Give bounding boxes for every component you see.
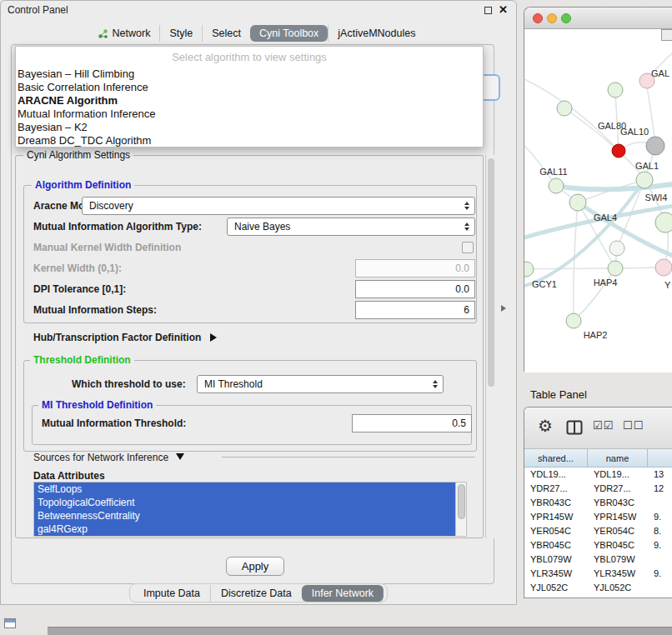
table-row[interactable]: YER054C YER054C 8.: [524, 524, 672, 538]
apply-button[interactable]: Apply: [226, 557, 284, 576]
cell: YBR043C: [588, 496, 648, 510]
tab-impute-data[interactable]: Impute Data: [133, 585, 210, 602]
columns-icon[interactable]: [566, 420, 583, 438]
panel-splitter-arrow[interactable]: [501, 305, 506, 312]
sources-section-label: Sources for Network Inference: [33, 452, 168, 463]
network-window-titlebar[interactable]: [524, 8, 672, 29]
bottom-bar: [48, 627, 672, 635]
aracne-mode-select[interactable]: Discovery: [82, 197, 475, 215]
scrollbar-corner: [661, 29, 672, 41]
close-icon[interactable]: ✕: [499, 3, 508, 16]
algorithm-option[interactable]: Mutual Information Inference: [16, 108, 483, 121]
table-row[interactable]: YDR27... YDR27... 12: [524, 482, 672, 496]
list-item[interactable]: SelfLoops: [34, 482, 456, 496]
algorithm-option-selected[interactable]: ARACNE Algorithm: [16, 94, 483, 108]
settings-scrollbar[interactable]: [485, 155, 495, 538]
table-panel-title: Table Panel: [530, 388, 587, 401]
aracne-mode-value: Discovery: [89, 200, 133, 212]
table-row[interactable]: YBL079W YBL079W: [524, 552, 672, 567]
node-label: GAL4: [594, 212, 617, 222]
mi-threshold-label: Mutual Information Threshold:: [42, 414, 186, 432]
cell: 13: [648, 468, 672, 482]
node-label: GAL1: [635, 161, 659, 171]
float-window-icon[interactable]: [484, 7, 492, 14]
network-graph[interactable]: GAL80 GAL10 GAL11 GAL1 SWI4 GAL4 GCY1 HA…: [524, 29, 672, 372]
data-attributes-list[interactable]: SelfLoops TopologicalCoefficient Between…: [33, 482, 467, 537]
edge[interactable]: [574, 202, 578, 321]
mi-threshold-field[interactable]: [352, 414, 472, 432]
tab-style[interactable]: Style: [159, 25, 202, 42]
table-row[interactable]: YJL052C YJL052C: [524, 581, 672, 595]
tab-cyni-toolbox[interactable]: Cyni Toolbox: [250, 25, 328, 42]
column-header-extra[interactable]: [648, 449, 672, 468]
tab-discretize-data[interactable]: Discretize Data: [210, 585, 302, 602]
manual-kernel-width-checkbox[interactable]: [462, 242, 474, 253]
dpi-tolerance-label: DPI Tolerance [0,1]:: [33, 280, 126, 298]
hub-section-toggle[interactable]: Hub/Transcription Factor Definition: [33, 328, 217, 347]
node[interactable]: [608, 261, 623, 276]
node[interactable]: [608, 82, 623, 98]
sources-section-toggle[interactable]: Sources for Network Inference: [33, 448, 184, 467]
minimize-traffic-light[interactable]: [547, 13, 557, 23]
tab-infer-network[interactable]: Infer Network: [302, 585, 384, 602]
node[interactable]: [524, 262, 534, 277]
control-panel-titlebar[interactable]: Control Panel ✕: [1, 1, 516, 19]
column-header-shared[interactable]: shared...: [524, 449, 588, 468]
node[interactable]: [646, 137, 664, 155]
tab-select[interactable]: Select: [202, 25, 250, 42]
tab-jactivemnodules[interactable]: jActiveMNodules: [328, 25, 424, 42]
sources-group-border: [222, 457, 475, 458]
cell: YPR145W: [524, 510, 588, 524]
table-row[interactable]: YDL19... YDL19... 13: [524, 468, 672, 482]
algorithm-dropdown-popup: Select algorithm to view settings Bayesi…: [15, 46, 484, 148]
list-item[interactable]: TopologicalCoefficient: [34, 496, 456, 509]
restore-panel-icon[interactable]: [4, 618, 16, 628]
select-all-checkboxes-icon[interactable]: ☑☑: [593, 419, 614, 432]
deselect-all-checkboxes-icon[interactable]: ☐☐: [623, 419, 644, 432]
which-threshold-select[interactable]: MI Threshold: [197, 375, 444, 393]
edge[interactable]: [574, 268, 615, 321]
table-row[interactable]: YBR043C YBR043C: [524, 496, 672, 510]
gear-icon[interactable]: ⚙: [538, 416, 553, 436]
edge-thick[interactable]: [556, 184, 672, 189]
column-header-name[interactable]: name: [588, 449, 648, 468]
mi-steps-field[interactable]: [355, 301, 475, 319]
node[interactable]: [609, 241, 624, 256]
node[interactable]: [655, 212, 672, 232]
node[interactable]: [612, 144, 625, 158]
node-label: SWI4: [645, 192, 668, 202]
dpi-tolerance-field[interactable]: [355, 280, 475, 298]
node[interactable]: [636, 172, 653, 188]
node[interactable]: [655, 259, 672, 276]
table-panel-window: ⚙ ☑☑ ☐☐ shared... name YDL19... YDL19...…: [524, 407, 672, 598]
list-scrollbar-thumb[interactable]: [458, 484, 465, 519]
node[interactable]: [549, 178, 564, 193]
zoom-traffic-light[interactable]: [561, 13, 571, 23]
close-traffic-light[interactable]: [533, 13, 543, 23]
settings-scrollbar-thumb[interactable]: [488, 158, 494, 387]
table-row[interactable]: YPR145W YPR145W 9.: [524, 510, 672, 524]
node[interactable]: [566, 313, 581, 328]
kernel-width-field[interactable]: [355, 259, 475, 278]
algorithm-option[interactable]: Dream8 DC_TDC Algorithm: [16, 134, 483, 148]
algorithm-option[interactable]: Bayesian – K2: [16, 121, 483, 134]
edge[interactable]: [526, 268, 615, 269]
node[interactable]: [569, 194, 586, 211]
list-item[interactable]: gal4RGexp: [34, 522, 456, 536]
algorithm-option[interactable]: Basic Correlation Inference: [16, 81, 483, 94]
table-header-row: shared... name: [524, 449, 672, 468]
algorithm-option[interactable]: Bayesian – Hill Climbing: [16, 68, 483, 81]
edge[interactable]: [524, 79, 619, 151]
list-scrollbar[interactable]: [455, 482, 466, 536]
list-item[interactable]: BetweennessCentrality: [34, 509, 456, 522]
table-toolbar: ⚙ ☑☑ ☐☐: [524, 408, 672, 449]
mi-algorithm-type-select[interactable]: Naive Bayes: [227, 218, 475, 236]
table-body[interactable]: YDL19... YDL19... 13 YDR27... YDR27... 1…: [524, 468, 672, 598]
network-canvas[interactable]: GAL80 GAL10 GAL11 GAL1 SWI4 GAL4 GCY1 HA…: [524, 29, 672, 372]
node[interactable]: [557, 101, 572, 116]
cell: YJL052C: [588, 581, 648, 595]
kernel-width-label: Kernel Width (0,1):: [33, 259, 122, 278]
tab-network[interactable]: Network: [103, 25, 160, 42]
table-row[interactable]: YLR345W YLR345W 9.: [524, 567, 672, 581]
table-row[interactable]: YBR045C YBR045C 9.: [524, 538, 672, 552]
